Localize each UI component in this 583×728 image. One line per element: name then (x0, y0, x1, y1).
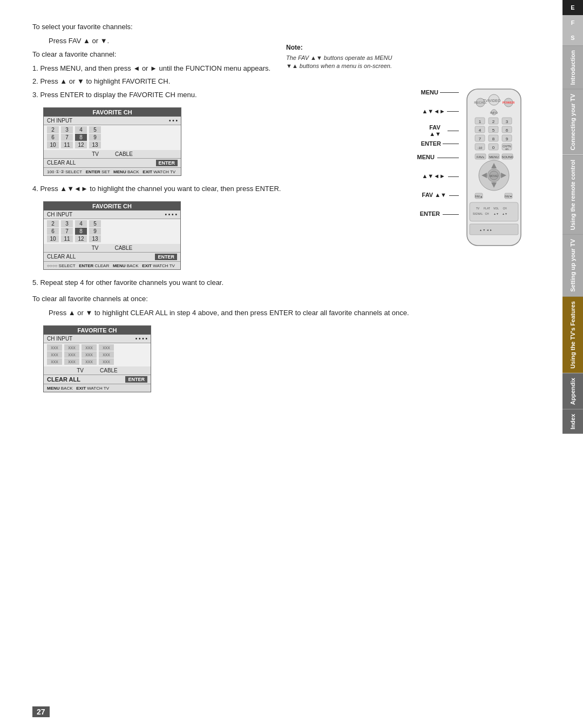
fav-table-2-tv-cable: TVCABLE (44, 244, 180, 252)
t2-cell-r3c2: 11 (61, 235, 73, 242)
t2-cell-r3c1: 10 (47, 235, 59, 242)
fav-table-2-header: CH INPUT • • • • (44, 210, 180, 219)
t3-cell-r3c4: xxx (99, 358, 114, 365)
t3-cell-r3c3: xxx (82, 358, 97, 365)
step3: 3. Press ENTER to display the FAVORITE C… (32, 90, 546, 101)
menu-arrow-label: MENU (417, 154, 459, 160)
fav-table-2-footer: CLEAR ALL ENTER (44, 252, 180, 261)
fav-table-3-body: xxx xxx xxx xxx xxx xxx xxx xxx xxx xxx … (44, 343, 151, 366)
fav-table-3: FAVORITE CH CH INPUT • • • • xxx xxx xxx… (43, 325, 151, 392)
tab-index[interactable]: Index (562, 409, 583, 434)
sidebar-letter-e: E (562, 0, 583, 15)
cell-r2c2: 7 (61, 134, 73, 141)
cell-r2c4: 9 (89, 134, 101, 141)
fav-table-2-body: 2 3 4 5 6 7 8 9 10 11 12 13 (44, 219, 180, 244)
fav-table-1-body: 2 3 4 5 6 7 8 9 10 11 12 13 (44, 125, 181, 150)
cell-r2c1: 6 (47, 134, 59, 141)
fav-table-3-tv-cable: TVCABLE (44, 366, 151, 375)
cell-r1c2: 3 (61, 126, 73, 133)
t3-cell-r3c2: xxx (64, 358, 79, 365)
sidebar-letter-f: F (562, 15, 583, 30)
t3-cell-r1c4: xxx (99, 344, 114, 351)
intro-select: To select your favorite channels: (32, 22, 546, 32)
t2-cell-r2c1: 6 (47, 228, 59, 235)
fav-table-3-bottom: MENU BACK EXIT WATCH TV (44, 384, 151, 392)
press-fav: Press FAV ▲ or ▼. (49, 36, 546, 46)
t2-cell-r3c4: 13 (89, 235, 101, 242)
fav-arrow-label: FAV ▲▼ (422, 192, 459, 198)
tab-introduction[interactable]: Introduction (562, 45, 583, 89)
t3-cell-r2c3: xxx (82, 351, 97, 358)
t3-cell-r3c1: xxx (47, 358, 62, 365)
clear-all-text: Press ▲ or ▼ to highlight CLEAR ALL in s… (49, 308, 546, 318)
t2-cell-r1c2: 3 (61, 220, 73, 227)
cell-r2c3: 8 (75, 134, 87, 141)
tab-connecting[interactable]: Connecting your TV (562, 89, 583, 155)
cell-r3c1: 10 (47, 141, 59, 148)
t2-cell-r2c4: 9 (89, 228, 101, 235)
tab-remote[interactable]: Using the remote control (562, 155, 583, 234)
cell-r3c4: 13 (89, 141, 101, 148)
t3-cell-r1c2: xxx (64, 344, 79, 351)
fav-table-3-header: CH INPUT • • • • (44, 335, 151, 343)
step2: 2. Press ▲ or ▼ to highlight FAVORITE CH… (32, 76, 546, 87)
fav-table-3-footer: CLEAR ALL ENTER (44, 375, 151, 384)
step1: 1. Press MENU, and then press ◄ or ► unt… (32, 63, 546, 74)
t3-cell-r1c1: xxx (47, 344, 62, 351)
t2-cell-r2c2: 7 (61, 228, 73, 235)
sidebar-letter-s: S (562, 30, 583, 45)
t2-cell-r1c1: 2 (47, 220, 59, 227)
page-number: 27 (32, 706, 50, 717)
main-content: To select your favorite channels: Press … (0, 0, 562, 413)
t3-cell-r2c2: xxx (64, 351, 79, 358)
fav-table-1-bottom: 100 ① ② SELECT ENTER SET MENU BACK EXIT … (44, 167, 181, 175)
enter-arrow-label: ENTER (420, 210, 459, 217)
sidebar: E F S Introduction Connecting your TV Us… (562, 0, 583, 728)
t2-cell-r1c4: 5 (89, 220, 101, 227)
t3-cell-r1c3: xxx (82, 344, 97, 351)
intro-clear: To clear a favorite channel: (32, 49, 546, 60)
fav-table-1-title: FAVORITE CH (44, 108, 181, 117)
fav-table-2: FAVORITE CH CH INPUT • • • • 2 3 4 5 6 7… (43, 201, 181, 270)
fav-table-1-footer: CLEAR ALL ENTER (44, 158, 181, 167)
cell-r1c3: 4 (75, 126, 87, 133)
cell-r1c1: 2 (47, 126, 59, 133)
fav-table-3-title: FAVORITE CH (44, 326, 151, 335)
fav-table-2-title: FAVORITE CH (44, 202, 180, 210)
intro-clear-all: To clear all favorite channels at once: (32, 294, 546, 304)
cell-r3c3: 12 (75, 141, 87, 148)
t3-cell-r2c4: xxx (99, 351, 114, 358)
fav-table-2-bottom: ○○○○ SELECT ENTER CLEAR MENU BACK EXIT W… (44, 261, 180, 269)
tab-setting-up[interactable]: Setting up your TV (562, 234, 583, 296)
step5: 5. Repeat step 4 for other favorite chan… (32, 277, 546, 289)
t3-cell-r2c1: xxx (47, 351, 62, 358)
t2-cell-r1c3: 4 (75, 220, 87, 227)
tab-features[interactable]: Using the TV's Features (562, 296, 583, 373)
nav-arrow-label: ▲▼◄► (422, 173, 459, 179)
tab-appendix[interactable]: Appendix (562, 373, 583, 409)
fav-table-1-header: CH INPUT • • • (44, 117, 181, 125)
t2-cell-r3c3: 12 (75, 235, 87, 242)
step4: 4. Press ▲▼◄► to highlight the channel y… (32, 183, 546, 195)
cell-r1c4: 5 (89, 126, 101, 133)
t2-cell-r2c3: 8 (75, 228, 87, 235)
cell-r3c2: 11 (61, 141, 73, 148)
fav-table-1: FAVORITE CH CH INPUT • • • 2 3 4 5 6 7 8… (43, 107, 181, 176)
fav-table-1-tv-cable: TVCABLE (44, 150, 181, 158)
